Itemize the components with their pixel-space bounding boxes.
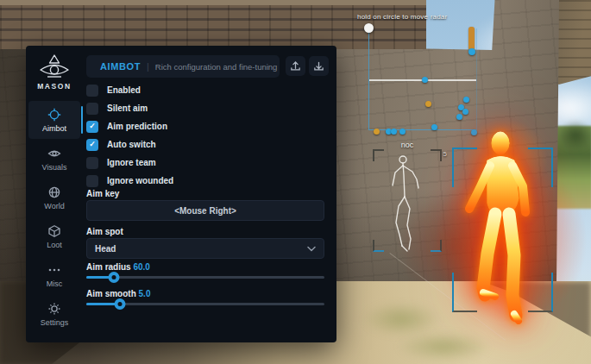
aim-radius-label: Aim radius 60.0: [86, 262, 150, 272]
radar-dot: [374, 129, 380, 135]
tab-header-bar: AIMBOT | Rich configuration and fine-tun…: [86, 55, 280, 78]
eye-icon: [47, 147, 61, 160]
brand-name: MASON: [26, 82, 83, 91]
mason-eye-logo: [36, 53, 72, 79]
sidebar-item-label: Aimbot: [42, 124, 66, 133]
header-subtitle: Rich configuration and fine-tuning: [155, 62, 278, 72]
checkbox[interactable]: ✓: [86, 103, 98, 115]
radar[interactable]: hold on circle to move radar: [368, 28, 477, 130]
page-title: AIMBOT: [100, 61, 141, 72]
sidebar-item-loot[interactable]: Loot: [28, 217, 80, 255]
crosshair-icon: [47, 108, 61, 122]
aim-spot-label: Aim spot: [86, 227, 123, 236]
slider-label-text: Aim smooth: [86, 289, 136, 298]
checkbox[interactable]: ✓: [86, 175, 98, 187]
radar-dot: [431, 124, 437, 130]
gear-icon: [47, 302, 61, 316]
aim-radius-value: 60.0: [133, 262, 149, 272]
sidebar-item-label: World: [44, 202, 64, 210]
sidebar-item-misc[interactable]: Misc: [28, 256, 80, 294]
header-divider: |: [147, 61, 149, 72]
upload-icon: [290, 60, 301, 72]
radar-drag-handle[interactable]: [364, 23, 374, 33]
dots-icon: [47, 263, 61, 277]
slider-thumb[interactable]: [108, 272, 119, 283]
checkbox-silent-aim[interactable]: ✓ Silent aim: [86, 102, 148, 115]
radar-dot: [422, 77, 428, 83]
bracket-corner: [528, 147, 553, 187]
radar-dot: [462, 109, 468, 115]
esp-marker-bar: [468, 27, 475, 50]
sidebar-item-label: Misc: [47, 279, 63, 288]
radar-dot: [456, 114, 462, 120]
checkbox-aim-prediction[interactable]: ✓ Aim prediction: [86, 120, 167, 133]
aim-smooth-label: Aim smooth 5.0: [86, 289, 150, 298]
check-icon: ✓: [89, 141, 96, 148]
sidebar: MASON Aimbot Visuals World: [26, 46, 83, 342]
export-config-button[interactable]: [286, 56, 305, 76]
aim-spot-select[interactable]: Head: [86, 238, 324, 259]
slider-label-text: Aim radius: [86, 262, 131, 272]
aim-smooth-value: 5.0: [139, 289, 151, 298]
sidebar-item-label: Settings: [41, 318, 69, 327]
brick-parapet: [0, 0, 426, 49]
check-icon: ✓: [89, 122, 96, 130]
globe-icon: [47, 185, 61, 199]
sidebar-item-label: Visuals: [42, 163, 67, 172]
aim-key-value: <Mouse Right>: [174, 206, 236, 216]
aim-spot-value: Head: [95, 244, 307, 254]
player-esp-bracket: [452, 147, 553, 312]
checkbox[interactable]: ✓: [86, 139, 98, 151]
aim-smooth-slider[interactable]: [86, 303, 324, 305]
radar-hint-text: hold on circle to move radar: [357, 13, 512, 21]
checkbox-label: Aim prediction: [107, 122, 167, 131]
checkbox-label: Ignore team: [107, 158, 156, 167]
checkbox-enabled[interactable]: ✓ Enabled: [86, 84, 141, 97]
slider-thumb[interactable]: [114, 298, 125, 310]
game-screen: hold on circle to move radar noc 5: [0, 0, 591, 364]
checkbox-label: Enabled: [107, 85, 141, 95]
checkbox-label: Auto switch: [107, 140, 156, 149]
sidebar-item-world[interactable]: World: [28, 179, 80, 217]
sidebar-item-aimbot[interactable]: Aimbot: [28, 101, 80, 139]
sidebar-item-visuals[interactable]: Visuals: [28, 140, 80, 178]
bracket-corner: [452, 147, 477, 187]
bracket-corner: [452, 273, 477, 312]
aim-key-bind-button[interactable]: <Mouse Right>: [86, 200, 324, 221]
brand-logo: MASON: [26, 53, 83, 91]
checkbox-label: Ignore wounded: [107, 176, 173, 185]
skeleton-esp-box: noc 5: [373, 149, 442, 252]
sidebar-item-settings[interactable]: Settings: [28, 295, 80, 333]
checkbox-auto-switch[interactable]: ✓ Auto switch: [86, 138, 156, 151]
radar-dot: [463, 97, 469, 103]
sidebar-item-label: Loot: [47, 241, 62, 249]
checkbox[interactable]: ✓: [86, 85, 98, 97]
aim-key-label: Aim key: [86, 189, 119, 198]
import-config-button[interactable]: [309, 56, 329, 76]
bracket-corner: [528, 273, 553, 312]
checkbox-ignore-team[interactable]: ✓ Ignore team: [86, 156, 156, 169]
cube-icon: [47, 224, 61, 238]
radar-dot: [391, 129, 397, 135]
esp-distance: 5: [443, 150, 447, 158]
chevron-down-icon: [307, 246, 316, 252]
radar-dot: [399, 129, 406, 135]
download-icon: [313, 60, 324, 72]
checkbox-ignore-wounded[interactable]: ✓ Ignore wounded: [86, 174, 173, 187]
checkbox[interactable]: ✓: [86, 157, 98, 169]
esp-marker-dot: [468, 48, 475, 55]
esp-player-name: noc: [373, 141, 442, 149]
radar-dot: [425, 101, 431, 107]
cheat-menu-window: MASON Aimbot Visuals World: [26, 46, 336, 342]
aim-radius-slider[interactable]: [86, 276, 324, 279]
skeleton-esp: [373, 149, 442, 257]
checkbox-label: Silent aim: [107, 104, 148, 113]
checkbox[interactable]: ✓: [86, 121, 98, 133]
